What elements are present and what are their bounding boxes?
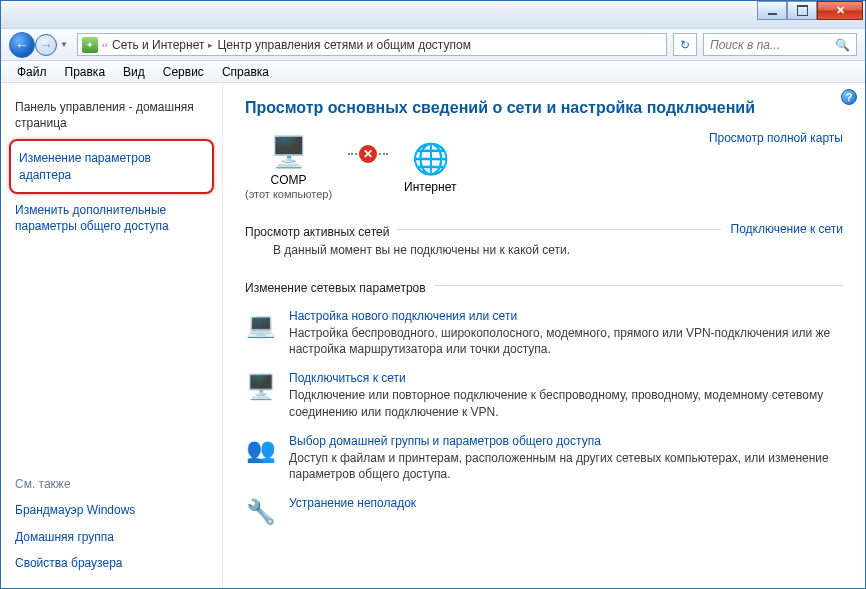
menubar: Файл Правка Вид Сервис Справка (1, 61, 865, 83)
close-button[interactable] (817, 1, 863, 20)
no-connection-text: В данный момент вы не подключены ни к ка… (245, 239, 843, 275)
breadcrumb-item[interactable]: Центр управления сетями и общим доступом (217, 38, 471, 52)
node-net-label: Интернет (404, 180, 456, 194)
view-full-map-link[interactable]: Просмотр полной карты (709, 131, 843, 145)
connect-icon (245, 371, 277, 403)
history-dropdown-icon[interactable]: ▼ (57, 35, 71, 55)
connection-line: ✕ (348, 153, 388, 155)
connect-to-network-link[interactable]: Подключение к сети (721, 222, 843, 236)
menu-service[interactable]: Сервис (155, 63, 212, 81)
node-comp-sublabel: (этот компьютер) (245, 188, 332, 200)
menu-file[interactable]: Файл (9, 63, 55, 81)
internet-icon (406, 138, 454, 178)
breadcrumb-item[interactable]: Сеть и Интернет (112, 38, 204, 52)
window-titlebar (1, 1, 865, 29)
sidebar-home-link[interactable]: Панель управления - домашняя страница (15, 95, 208, 135)
forward-button[interactable]: → (35, 34, 57, 56)
search-icon: 🔍 (835, 38, 850, 52)
computer-icon (265, 131, 313, 171)
connect-network-desc: Подключение или повторное подключение к … (289, 387, 843, 419)
menu-edit[interactable]: Правка (57, 63, 114, 81)
new-connection-desc: Настройка беспроводного, широкополосного… (289, 325, 843, 357)
troubleshoot-icon (245, 496, 277, 528)
sidebar-browser-link[interactable]: Свойства браузера (15, 550, 208, 576)
help-button[interactable]: ? (841, 89, 857, 105)
change-settings-heading: Изменение сетевых параметров (245, 281, 426, 295)
homegroup-desc: Доступ к файлам и принтерам, расположенн… (289, 450, 843, 482)
search-box[interactable]: 🔍 (703, 33, 857, 56)
refresh-button[interactable]: ↻ (673, 33, 697, 56)
see-also-heading: См. также (15, 477, 208, 491)
sidebar-change-adapter-link[interactable]: Изменение параметров адаптера (19, 146, 204, 186)
troubleshoot-link[interactable]: Устранение неполадок (289, 496, 416, 510)
navigation-bar: ← → ▼ ✦ ‹‹ Сеть и Интернет ▸ Центр управ… (1, 29, 865, 61)
new-connection-link[interactable]: Настройка нового подключения или сети (289, 309, 843, 323)
node-comp-label: COMP (245, 173, 332, 187)
sidebar-advanced-sharing-link[interactable]: Изменить дополнительные параметры общего… (15, 198, 208, 238)
homegroup-link[interactable]: Выбор домашней группы и параметров общег… (289, 434, 843, 448)
maximize-button[interactable] (787, 1, 817, 20)
sidebar: Панель управления - домашняя страница Из… (1, 83, 223, 588)
minimize-button[interactable] (757, 1, 787, 20)
main-panel: ? Просмотр основных сведений о сети и на… (223, 83, 865, 588)
homegroup-icon (245, 434, 277, 466)
refresh-icon: ↻ (680, 38, 690, 52)
page-title: Просмотр основных сведений о сети и наст… (245, 99, 843, 117)
breadcrumb[interactable]: ✦ ‹‹ Сеть и Интернет ▸ Центр управления … (77, 33, 667, 56)
chevron-right-icon: ‹‹ (102, 40, 108, 50)
menu-view[interactable]: Вид (115, 63, 153, 81)
back-button[interactable]: ← (9, 32, 35, 58)
shield-icon: ✦ (82, 37, 98, 53)
chevron-right-icon: ▸ (208, 40, 213, 50)
sidebar-homegroup-link[interactable]: Домашняя группа (15, 524, 208, 550)
disconnected-icon: ✕ (359, 145, 377, 163)
active-networks-heading: Просмотр активных сетей (245, 225, 389, 239)
wizard-icon (245, 309, 277, 341)
connect-network-link[interactable]: Подключиться к сети (289, 371, 843, 385)
search-input[interactable] (710, 38, 830, 52)
sidebar-firewall-link[interactable]: Брандмауэр Windows (15, 497, 208, 523)
menu-help[interactable]: Справка (214, 63, 277, 81)
